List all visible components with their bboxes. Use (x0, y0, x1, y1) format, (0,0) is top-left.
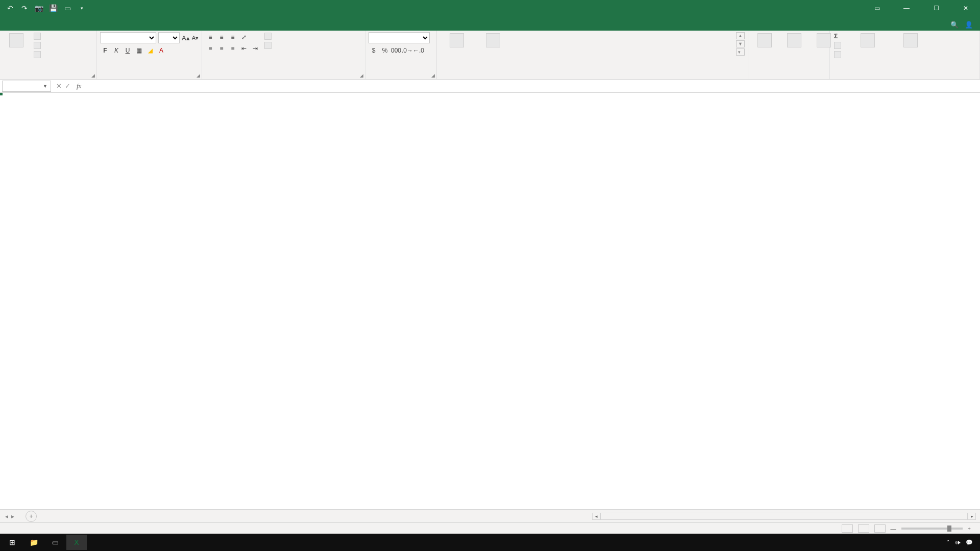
align-middle-button[interactable]: ≡ (216, 32, 227, 42)
horizontal-scrollbar[interactable]: ◂ ▸ (592, 513, 980, 520)
bold-button[interactable]: F (100, 45, 110, 56)
worksheet-grid[interactable] (0, 93, 980, 509)
app-button[interactable]: ▭ (45, 535, 65, 550)
copy-button[interactable] (33, 41, 44, 49)
fx-icon[interactable]: fx (74, 82, 84, 90)
increase-indent-button[interactable]: ⇥ (250, 43, 260, 54)
save-icon[interactable]: 💾 (49, 4, 57, 12)
camera-icon[interactable]: 📷 (35, 4, 43, 12)
align-top-button[interactable]: ≡ (205, 32, 215, 42)
align-right-button[interactable]: ≡ (228, 43, 238, 54)
excel-taskbar-button[interactable]: X (66, 535, 87, 550)
touch-mode-icon[interactable]: ▭ (63, 4, 71, 12)
group-styles-label (440, 77, 745, 79)
clipboard-launcher-icon[interactable]: ◢ (91, 73, 95, 78)
styles-more-icon[interactable]: ▾ (736, 48, 745, 56)
merge-center-button[interactable] (263, 41, 275, 49)
group-editing: Σ (830, 31, 980, 79)
wrap-icon (264, 33, 272, 40)
page-break-view-button[interactable] (874, 524, 886, 533)
page-layout-view-button[interactable] (858, 524, 869, 533)
border-button[interactable]: ▦ (134, 45, 144, 56)
start-button[interactable]: ⊞ (2, 535, 22, 550)
underline-button[interactable]: U (122, 45, 133, 56)
share-button[interactable] (965, 21, 973, 29)
format-painter-button[interactable] (33, 51, 44, 59)
decrease-indent-button[interactable]: ⇤ (239, 43, 249, 54)
eraser-icon (834, 51, 841, 58)
number-format-select[interactable] (369, 32, 430, 43)
sort-filter-button[interactable] (848, 32, 888, 49)
close-button[interactable]: ✕ (955, 0, 976, 16)
group-font-label (100, 77, 199, 79)
conditional-formatting-button[interactable] (440, 32, 473, 49)
font-name-select[interactable] (100, 32, 156, 43)
find-select-button[interactable] (891, 32, 930, 49)
increase-font-icon[interactable]: A▴ (182, 34, 190, 42)
font-size-select[interactable] (158, 32, 180, 43)
maximize-button[interactable]: ☐ (926, 0, 946, 16)
tray-network-icon[interactable]: 🕪 (955, 539, 961, 545)
enter-formula-icon[interactable]: ✓ (65, 82, 70, 90)
status-bar: — + (0, 522, 980, 534)
file-explorer-button[interactable]: 📁 (23, 535, 44, 550)
currency-button[interactable]: $ (369, 45, 379, 56)
tell-me-search[interactable]: 🔍 (950, 21, 959, 29)
windows-taskbar: ⊞ 📁 ▭ X ˄ 🕪 💬 (0, 534, 980, 551)
styles-scroll-up-icon[interactable]: ▲ (736, 32, 745, 39)
ribbon-tabs: 🔍 (0, 16, 980, 31)
font-launcher-icon[interactable]: ◢ (197, 73, 200, 78)
paste-button[interactable] (3, 32, 30, 49)
orientation-button[interactable]: ⤢ (239, 32, 249, 42)
sheet-nav-first-icon[interactable]: ◂ (5, 513, 8, 520)
formula-bar: ▼ ✕ ✓ fx (0, 80, 980, 93)
alignment-launcher-icon[interactable]: ◢ (360, 73, 363, 78)
wrap-text-button[interactable] (263, 32, 275, 40)
name-box[interactable]: ▼ (2, 81, 51, 92)
cut-button[interactable] (33, 32, 44, 40)
sheet-nav-last-icon[interactable]: ▸ (11, 513, 14, 520)
decrease-font-icon[interactable]: A▾ (192, 35, 199, 41)
ribbon-display-icon[interactable]: ▭ (867, 0, 887, 16)
tray-chevron-icon[interactable]: ˄ (947, 539, 950, 546)
undo-icon[interactable]: ↶ (6, 4, 14, 12)
chevron-down-icon[interactable]: ▼ (43, 84, 47, 89)
align-bottom-button[interactable]: ≡ (228, 32, 238, 42)
zoom-out-button[interactable]: — (891, 525, 896, 532)
autosum-button[interactable]: Σ (833, 32, 845, 40)
fill-button[interactable] (833, 41, 845, 49)
new-sheet-button[interactable]: + (26, 511, 37, 522)
tray-notifications-icon[interactable]: 💬 (966, 539, 973, 546)
font-color-button[interactable]: A (156, 45, 166, 56)
cancel-formula-icon[interactable]: ✕ (56, 82, 62, 90)
group-cells-label (751, 77, 826, 79)
redo-icon[interactable]: ↷ (20, 4, 29, 12)
fill-color-button[interactable]: ◢ (145, 45, 155, 56)
delete-cells-button[interactable] (781, 32, 807, 49)
scroll-left-icon[interactable]: ◂ (592, 513, 600, 520)
comma-button[interactable]: 000 (391, 45, 401, 56)
percent-button[interactable]: % (380, 45, 390, 56)
formula-input[interactable] (84, 81, 980, 92)
increase-decimal-button[interactable]: .0→ (402, 45, 412, 56)
styles-scroll-down-icon[interactable]: ▼ (736, 40, 745, 47)
group-editing-label (833, 77, 976, 79)
format-as-table-button[interactable] (476, 32, 509, 49)
align-center-button[interactable]: ≡ (216, 43, 227, 54)
align-left-button[interactable]: ≡ (205, 43, 215, 54)
active-cell-outline (0, 93, 2, 95)
number-launcher-icon[interactable]: ◢ (431, 73, 435, 78)
group-font: A▴ A▾ F K U ▦ ◢ A ◢ (97, 31, 202, 79)
decrease-decimal-button[interactable]: ←.0 (413, 45, 424, 56)
insert-cells-button[interactable] (751, 32, 778, 49)
normal-view-button[interactable] (842, 524, 853, 533)
quick-access-toolbar: ↶ ↷ 📷 💾 ▭ ▾ (0, 4, 86, 12)
italic-button[interactable]: K (111, 45, 121, 56)
zoom-slider[interactable] (901, 528, 963, 530)
clear-button[interactable] (833, 51, 845, 59)
cond-format-icon (450, 33, 464, 47)
qat-customize-icon[interactable]: ▾ (78, 4, 86, 12)
zoom-in-button[interactable]: + (968, 525, 971, 532)
scroll-right-icon[interactable]: ▸ (968, 513, 976, 520)
minimize-button[interactable]: — (896, 0, 917, 16)
